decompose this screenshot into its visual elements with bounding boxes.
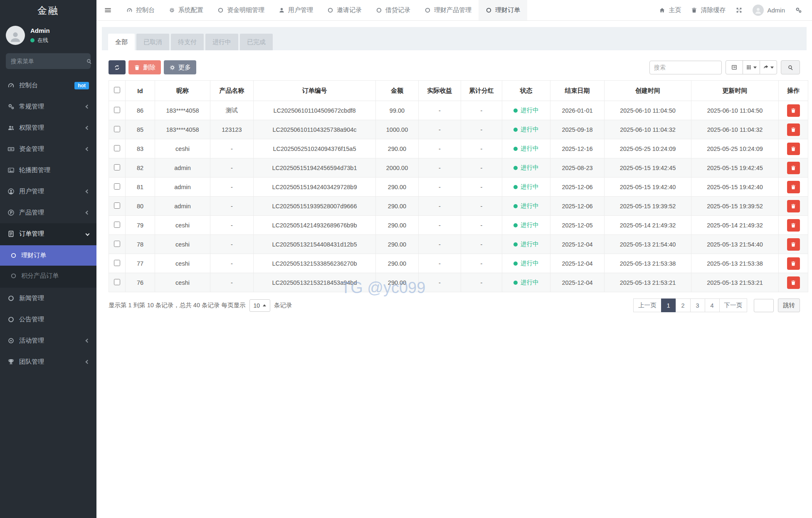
dot-circle-icon: [7, 337, 15, 344]
tab-ongoing[interactable]: 进行中: [205, 34, 238, 50]
table-search: [649, 61, 722, 74]
row-delete-button[interactable]: [787, 143, 800, 155]
refresh-button[interactable]: [109, 60, 126, 74]
columns-button[interactable]: [743, 60, 760, 74]
user-panel: Admin 在线: [0, 21, 96, 49]
sidebar-search-input[interactable]: [11, 58, 86, 64]
sidebar-item-general[interactable]: 常规管理: [0, 96, 96, 117]
cell-end_date: 2025-09-18: [550, 120, 605, 139]
sidebar-item-product[interactable]: 产品管理: [0, 202, 96, 223]
content-panel: 删除 更多 Id昵称产品名称订单编号金额实际收益累计分红状态结束日期创建时间更新…: [102, 50, 807, 322]
row-checkbox[interactable]: [114, 202, 120, 209]
fullscreen-button[interactable]: [731, 7, 748, 14]
table-row: 85183****4058123123LC202506101104325738a…: [109, 120, 808, 139]
row-delete-button[interactable]: [787, 181, 800, 193]
sidebar-subitem-finance-order[interactable]: 理财订单: [0, 245, 96, 266]
cell-created: 2025-05-25 10:24:09: [605, 139, 691, 158]
page-button-3[interactable]: 3: [690, 298, 705, 312]
row-delete-button[interactable]: [787, 238, 800, 251]
tab-unpaid[interactable]: 待支付: [171, 34, 204, 50]
row-delete-button[interactable]: [787, 104, 800, 117]
sidebar-item-label: 产品管理: [19, 209, 86, 217]
circle-icon: [327, 7, 333, 13]
clear-cache-button[interactable]: 清除缓存: [686, 6, 731, 14]
cell-status: 进行中: [502, 197, 550, 216]
cell-nickname: admin: [155, 158, 210, 178]
topnav-item-invite-records[interactable]: 邀请记录: [320, 0, 369, 20]
caret-up-icon: [263, 304, 266, 306]
sidebar-subitem-points-order[interactable]: 积分产品订单: [0, 266, 96, 286]
tab-cancelled[interactable]: 已取消: [136, 34, 169, 50]
page-size-select[interactable]: 10: [249, 299, 271, 312]
next-page-button[interactable]: 下一页: [719, 298, 748, 312]
delete-button[interactable]: 删除: [128, 60, 161, 74]
row-checkbox[interactable]: [114, 164, 120, 170]
cell-amount: 290.00: [376, 235, 419, 254]
row-delete-button[interactable]: [787, 276, 800, 289]
page-button-2[interactable]: 2: [676, 298, 691, 312]
cell-created: 2025-05-15 19:42:40: [605, 178, 691, 197]
sidebar-item-permission[interactable]: 权限管理: [0, 117, 96, 138]
prev-page-button[interactable]: 上一页: [633, 298, 661, 312]
trash-icon: [790, 203, 796, 209]
sidebar-item-order[interactable]: 订单管理: [0, 223, 96, 244]
cell-status: 进行中: [502, 158, 550, 178]
table-search-input[interactable]: [649, 61, 722, 74]
cell-status: 进行中: [502, 101, 550, 120]
page-jump-input[interactable]: [754, 299, 774, 312]
row-checkbox[interactable]: [114, 183, 120, 190]
topnav-item-finance-orders[interactable]: 理财订单: [479, 0, 527, 20]
sidebar-item-banner[interactable]: 轮播图管理: [0, 160, 96, 181]
page-button-1[interactable]: 1: [661, 298, 676, 312]
cell-status: 进行中: [502, 178, 550, 197]
row-checkbox[interactable]: [114, 260, 120, 266]
topnav-item-loan-records[interactable]: 借贷记录: [369, 0, 417, 20]
page-jump-button[interactable]: 跳转: [778, 298, 800, 312]
home-icon: [659, 7, 665, 13]
row-delete-button[interactable]: [787, 257, 800, 270]
topnav-item-system-config[interactable]: 系统配置: [162, 0, 210, 20]
row-checkbox[interactable]: [114, 126, 120, 132]
row-delete-button[interactable]: [787, 219, 800, 232]
status-label: 进行中: [521, 202, 539, 210]
topnav-item-finance-products[interactable]: 理财产品管理: [417, 0, 479, 20]
topnav-item-user-manage[interactable]: 用户管理: [271, 0, 320, 20]
tab-completed[interactable]: 已完成: [240, 34, 273, 50]
row-delete-button[interactable]: [787, 200, 800, 212]
row-checkbox[interactable]: [114, 241, 120, 247]
tab-all[interactable]: 全部: [108, 34, 135, 50]
cell-dividend: -: [461, 235, 502, 254]
cell-income: -: [419, 197, 461, 216]
row-checkbox[interactable]: [114, 107, 120, 113]
sidebar-item-dashboard[interactable]: 控制台hot: [0, 75, 96, 96]
row-checkbox[interactable]: [114, 222, 120, 228]
more-button[interactable]: 更多: [164, 60, 196, 74]
expand-icon: [735, 7, 743, 14]
cell-order_no: LC202505151942456594d73b1: [254, 158, 376, 178]
row-checkbox[interactable]: [114, 145, 120, 151]
home-button[interactable]: 主页: [654, 6, 686, 14]
avatar: [6, 26, 25, 45]
status-dot-icon: [513, 147, 518, 151]
settings-button[interactable]: [790, 7, 807, 14]
topnav-item-fund-detail[interactable]: 资金明细管理: [210, 0, 271, 20]
detail-view-button[interactable]: [726, 60, 743, 74]
search-submit-button[interactable]: [781, 60, 800, 74]
sidebar-item-user[interactable]: 用户管理: [0, 181, 96, 202]
select-all-checkbox[interactable]: [114, 87, 120, 93]
sidebar-item-funds[interactable]: 资金管理: [0, 138, 96, 160]
sidebar-toggle-button[interactable]: [96, 0, 119, 20]
row-delete-button[interactable]: [787, 123, 800, 136]
sidebar-item-activity[interactable]: 活动管理: [0, 330, 96, 351]
account-menu[interactable]: Admin: [748, 5, 790, 16]
row-checkbox[interactable]: [114, 279, 120, 285]
sidebar-item-team[interactable]: 团队管理: [0, 351, 96, 372]
sidebar-item-notice[interactable]: 公告管理: [0, 309, 96, 330]
export-button[interactable]: [760, 60, 777, 74]
topnav-item-dashboard[interactable]: 控制台: [119, 0, 162, 20]
sidebar-item-news[interactable]: 新闻管理: [0, 288, 96, 309]
cell-created: 2025-06-10 11:04:32: [605, 120, 691, 139]
page-button-4[interactable]: 4: [705, 298, 720, 312]
cell-product: 测试: [210, 101, 254, 120]
row-delete-button[interactable]: [787, 162, 800, 174]
